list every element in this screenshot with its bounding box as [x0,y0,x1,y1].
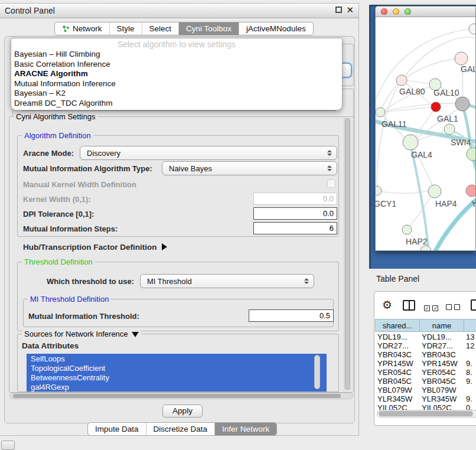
hub-definition-toggle[interactable]: Hub/Transcription Factor Definition [23,243,167,252]
settings-vscroll-thumb[interactable] [345,118,350,390]
gear-icon[interactable]: ⚙ [382,298,392,312]
network-graph-canvas[interactable]: GAL GAL80 GAL10 GAL1 GAL11 SWI4 GAL4 GCY… [376,17,476,251]
mi-steps-field[interactable] [253,222,337,234]
table-cell[interactable]: YBL079W [419,386,464,394]
list-item-topologicalcoefficient[interactable]: TopologicalCoefficient [27,363,327,373]
collapse-down-icon [132,332,139,337]
node-gcy1[interactable] [376,186,382,195]
table-panel-header: Table Panel [360,269,476,288]
apply-button[interactable]: Apply [162,405,203,418]
table-cell[interactable]: YER054C [375,368,419,377]
node-swi4[interactable] [467,148,476,161]
table-cell[interactable]: 9. [464,359,476,368]
which-threshold-value: MI Threshold [147,277,192,286]
tab-impute-data[interactable]: Impute Data [88,423,146,435]
tab-select[interactable]: Select [142,22,180,35]
table-cell[interactable]: YPR145W [375,359,419,368]
mi-algorithm-type-combo[interactable]: Naive Bayes [162,161,337,175]
table-cell[interactable]: YPR145W [419,359,464,368]
new-column-icon[interactable] [471,299,476,311]
list-item-selfloops[interactable]: SelfLoops [27,354,327,363]
sources-group-title[interactable]: Sources for Network Inference [22,330,141,338]
node-gal4[interactable] [403,135,418,150]
select-all-columns-icon[interactable]: ✓ ✓ [424,302,438,312]
settings-horizontal-scrollbar[interactable] [9,393,353,399]
tab-style[interactable]: Style [110,22,142,35]
list-item-betweennesscentrality[interactable]: BetweennessCentrality [27,373,327,382]
minimize-window-icon[interactable] [393,8,399,15]
which-threshold-combo[interactable]: MI Threshold [140,274,314,288]
menu-item-bayesian-k2[interactable]: Bayesian – K2 [11,89,342,99]
combo-spinner-icon [304,278,309,284]
settings-hscroll-thumb[interactable] [13,394,341,398]
table-cell[interactable]: YBR043C [419,350,464,359]
table-cell[interactable]: YBL079W [375,386,419,394]
unselect-all-columns-icon[interactable] [446,302,460,312]
menu-item-basic-correlation[interactable]: Basic Correlation Inference [11,60,342,70]
column-header-cut[interactable] [464,319,476,332]
data-attributes-label: Data Attributes [22,341,79,350]
table-cell[interactable]: YER054C [419,368,464,377]
close-window-icon[interactable] [381,8,387,15]
node-gal11[interactable] [376,107,385,117]
table-cell[interactable]: YDR27... [375,341,419,350]
list-scrollbar[interactable] [314,355,320,389]
tab-infer-network[interactable]: Infer Network [215,423,276,435]
menu-item-aracne[interactable]: ARACNE Algorithm [11,69,342,79]
table-header-row: shared... name [375,319,476,332]
mi-steps-label: Mutual Information Steps: [23,224,118,233]
table-cell[interactable] [464,386,476,394]
node-gal-pink[interactable] [455,52,468,65]
tab-cyni-toolbox[interactable]: Cyni Toolbox [179,22,239,35]
column-header-shared-name[interactable]: shared... [375,319,419,332]
tab-network[interactable]: Network [55,22,110,35]
node-selected-red[interactable] [431,102,441,112]
table-cell[interactable]: 12 [464,341,476,350]
tab-discretize-data[interactable]: Discretize Data [146,423,216,435]
collapsed-panel-button[interactable] [1,441,15,450]
table-cell[interactable]: YBR045C [419,377,464,386]
column-header-name[interactable]: name [419,319,464,332]
node-unlabeled-top[interactable] [469,24,476,34]
node-gal80[interactable] [396,75,407,86]
node-pink-right[interactable] [466,185,476,197]
node-gray[interactable] [455,97,470,111]
zoom-window-icon[interactable] [405,8,411,15]
menu-item-bayesian-hill-climbing[interactable]: Bayesian – Hill Climbing [11,50,342,60]
close-panel-icon[interactable]: ✕ [346,6,354,13]
node-hap2[interactable] [402,225,412,234]
list-item-gal4rgexp[interactable]: gal4RGexp [27,382,327,392]
node-unlabeled-bottom[interactable] [420,246,431,251]
table-cell[interactable]: YLR345W [419,394,464,403]
table-horizontal-scrollbar[interactable] [377,410,476,418]
node-hap4[interactable] [428,185,441,198]
table-hscroll-thumb[interactable] [379,411,473,416]
tab-jactivemnodules[interactable]: jActiveMNodules [239,22,313,35]
node-gal1[interactable] [444,124,455,135]
float-window-icon[interactable] [335,6,342,13]
table-cell[interactable]: YDL19... [419,332,464,341]
table-cell[interactable] [464,350,476,359]
table-cell[interactable]: YBR043C [375,350,419,359]
table-cell[interactable]: YBR045C [375,377,419,386]
table-panel-title: Table Panel [360,274,419,283]
data-attributes-list: SelfLoops TopologicalCoefficient Between… [27,354,327,392]
menu-item-dream8[interactable]: Dream8 DC_TDC Algorithm [11,99,342,109]
tab-jactivemnodules-label: jActiveMNodules [246,24,306,33]
hub-definition-label: Hub/Transcription Factor Definition [23,243,157,252]
split-pane-icon[interactable] [403,300,415,311]
table-cell[interactable]: YDL19... [375,332,419,341]
table-cell[interactable]: 9. [464,377,476,386]
table-cell[interactable]: 9. [464,394,476,403]
table-cell[interactable]: YLR345W [375,394,419,403]
threshold-definition-title: Threshold Definition [22,257,95,266]
popup-placeholder: Select algorithm to view settings [11,38,342,50]
table-cell[interactable]: 8. [464,368,476,377]
table-cell[interactable]: 13 [464,332,476,341]
dpi-tolerance-field[interactable] [253,207,337,220]
table-cell[interactable]: YDR27... [419,341,464,350]
settings-vertical-scrollbar[interactable] [344,118,351,392]
aracne-mode-combo[interactable]: Discovery [80,146,337,160]
mi-threshold-field[interactable] [249,309,334,322]
menu-item-mutual-information[interactable]: Mutual Information Inference [11,79,342,89]
